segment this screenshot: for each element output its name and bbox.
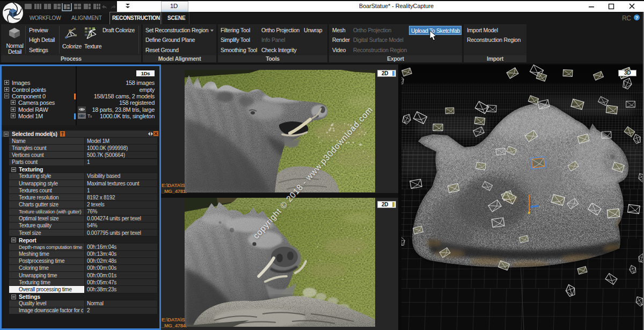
svg-text:?: ? (635, 15, 639, 20)
